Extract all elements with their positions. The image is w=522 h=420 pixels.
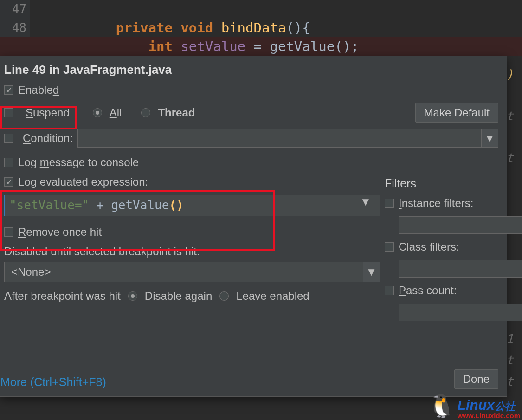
log-expression-checkbox[interactable] (4, 177, 13, 187)
dialog-title: Line 49 in JavaFragment.java (4, 63, 498, 77)
log-message-checkbox[interactable] (4, 158, 13, 167)
condition-label[interactable]: Condition: (23, 132, 73, 145)
instance-filters-input[interactable] (399, 216, 522, 234)
line-num: 47 (0, 0, 30, 19)
all-radio[interactable] (93, 108, 102, 117)
pass-count-label[interactable]: Pass count: (399, 284, 457, 297)
instance-filters-checkbox[interactable] (385, 199, 394, 208)
class-filters-input[interactable] (399, 260, 522, 278)
all-radio-label[interactable]: All (110, 106, 122, 119)
thread-radio[interactable] (141, 108, 150, 117)
log-expression-input[interactable]: "setValue=" + getValue() (5, 195, 360, 216)
class-filters-checkbox[interactable] (385, 242, 394, 252)
tux-icon: 🐧 (428, 393, 456, 419)
remove-once-label[interactable]: Remove once hit (18, 226, 102, 239)
code-line[interactable]: private void bindData(){ (51, 19, 522, 37)
chevron-down-icon[interactable]: ▼ (481, 129, 498, 147)
pass-count-input[interactable] (399, 304, 522, 321)
disabled-until-value: <None> (5, 265, 51, 278)
filters-panel: Filters Instance filters: ... Class filt… (385, 177, 498, 328)
condition-combo[interactable]: ▼ (77, 129, 498, 148)
enabled-checkbox[interactable] (4, 85, 13, 95)
done-button[interactable]: Done (454, 369, 498, 389)
code-line[interactable] (51, 0, 522, 19)
breakpoint-dialog: Line 49 in JavaFragment.java Enabled Sus… (0, 56, 507, 397)
filters-title: Filters (385, 177, 498, 190)
class-filters-label[interactable]: Class filters: (399, 240, 459, 253)
suspend-checkbox[interactable] (4, 108, 13, 117)
instance-filters-label[interactable]: Instance filters: (399, 197, 473, 210)
log-expression-label[interactable]: Log evaluated expression: (18, 175, 148, 188)
disabled-until-combo[interactable]: <None> ▼ (4, 262, 380, 282)
condition-input[interactable] (78, 132, 481, 145)
disable-again-label[interactable]: Disable again (145, 290, 212, 303)
thread-radio-label[interactable]: Thread (158, 106, 195, 119)
chevron-down-icon[interactable]: ▼ (363, 262, 380, 282)
after-hit-label: After breakpoint was hit (4, 290, 121, 303)
watermark: 🐧 Linux公社 www.Linuxidc.com (428, 393, 520, 419)
leave-enabled-label[interactable]: Leave enabled (236, 290, 309, 303)
chevron-down-icon[interactable]: ▼ (360, 195, 380, 216)
log-expression-combo[interactable]: "setValue=" + getValue() ▼ (4, 195, 380, 216)
condition-checkbox[interactable] (4, 134, 13, 143)
enabled-label[interactable]: Enabled (18, 84, 59, 97)
disabled-until-label: Disabled until selected breakpoint is hi… (4, 245, 200, 258)
suspend-label[interactable]: Suspend (26, 106, 70, 119)
disable-again-radio[interactable] (128, 291, 137, 301)
more-link[interactable]: More (Ctrl+Shift+F8) (0, 375, 106, 389)
log-message-label[interactable]: Log message to console (18, 156, 139, 169)
remove-once-checkbox[interactable] (4, 227, 13, 237)
line-num: 48 (0, 19, 30, 37)
leave-enabled-radio[interactable] (219, 291, 229, 301)
make-default-button[interactable]: Make Default (415, 103, 498, 123)
code-line[interactable]: int setValue = getValue(); (0, 37, 522, 56)
pass-count-checkbox[interactable] (385, 286, 394, 295)
